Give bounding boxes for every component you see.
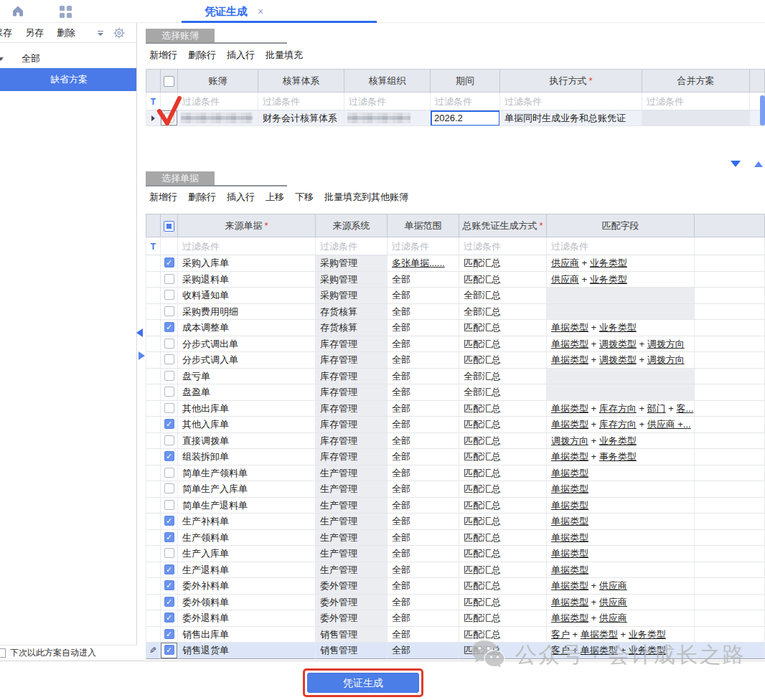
gen-mode-cell[interactable]: 全部汇总 xyxy=(459,384,547,401)
select-all-checkbox[interactable] xyxy=(164,221,174,232)
row-checkbox-cell[interactable]: ✓ xyxy=(161,514,178,530)
match-field-link[interactable]: 供应商 xyxy=(599,580,627,591)
row-checkbox[interactable] xyxy=(164,339,174,349)
bill-name-cell[interactable]: 收料通知单 xyxy=(178,288,316,304)
source-system-cell[interactable]: 采购管理 xyxy=(316,288,388,304)
filter-input[interactable]: 过滤条件 xyxy=(388,237,459,255)
row-checkbox[interactable]: ✓ xyxy=(164,580,174,590)
match-field-link[interactable]: 调拨类型 xyxy=(599,339,637,349)
accounting-system-cell[interactable]: 财务会计核算体系 xyxy=(258,110,344,126)
row-checkbox-cell[interactable] xyxy=(161,481,178,498)
match-field-link[interactable]: 单据类型 xyxy=(551,612,588,623)
match-fields-cell[interactable]: 单据类型 + 供应商 xyxy=(547,595,695,611)
source-system-cell[interactable]: 生产管理 xyxy=(316,546,388,562)
execution-mode-cell[interactable]: 单据同时生成业务和总账凭证 xyxy=(500,110,642,126)
match-fields-cell[interactable]: 单据类型 xyxy=(547,546,695,562)
match-field-link[interactable]: 单据类型 xyxy=(551,532,588,543)
bill-name-cell[interactable]: 采购退料单 xyxy=(178,272,316,288)
source-system-cell[interactable]: 生产管理 xyxy=(316,562,388,579)
bill-scope-cell[interactable]: 全部 xyxy=(388,384,459,401)
bill-name-cell[interactable]: 盘亏单 xyxy=(178,369,316,385)
match-field-link[interactable]: 供应商 +... xyxy=(647,419,691,430)
match-fields-cell[interactable]: 单据类型 xyxy=(547,562,695,579)
match-field-link[interactable]: 供应商 xyxy=(551,257,579,268)
gen-mode-cell[interactable]: 匹配汇总 xyxy=(459,498,547,514)
bill-name-cell[interactable]: 成本调整单 xyxy=(178,320,316,336)
bill-scope-cell[interactable]: 全部 xyxy=(388,433,459,450)
source-system-cell[interactable]: 生产管理 xyxy=(316,530,388,547)
row-checkbox[interactable]: ✓ xyxy=(164,419,174,429)
bill-row[interactable]: ✓委外补料单委外管理全部匹配汇总单据类型 + 供应商 xyxy=(146,578,765,595)
row-checkbox-cell[interactable]: ✓ xyxy=(161,562,178,579)
bill-name-cell[interactable]: 销售退货单 xyxy=(178,643,316,659)
bill-name-cell[interactable]: 委外领料单 xyxy=(178,595,316,611)
bill-row[interactable]: 其他出库单库存管理全部匹配汇总单据类型 + 库存方向 + 部门 + 客... xyxy=(146,401,765,417)
merge-plan-cell[interactable] xyxy=(642,110,750,126)
row-checkbox-cell[interactable]: ✓ xyxy=(161,627,178,643)
row-checkbox-cell[interactable] xyxy=(161,272,178,288)
bill-row[interactable]: ✓生产退料单生产管理全部匹配汇总单据类型 xyxy=(146,562,765,579)
match-fields-cell[interactable] xyxy=(547,304,695,321)
gen-mode-cell[interactable]: 匹配汇总 xyxy=(459,465,547,482)
row-checkbox[interactable]: ✓ xyxy=(164,516,174,526)
match-field-link[interactable]: 供应商 xyxy=(599,597,627,607)
match-field-link[interactable]: 供应商 xyxy=(551,274,579,285)
source-system-cell[interactable]: 采购管理 xyxy=(316,255,388,272)
match-field-link[interactable]: 单据类型 xyxy=(551,451,588,462)
source-system-cell[interactable]: 库存管理 xyxy=(316,449,388,465)
filter-input[interactable]: 过滤条件 xyxy=(258,93,344,110)
bill-row[interactable]: 简单生产入库单生产管理全部匹配汇总单据类型 xyxy=(146,481,765,498)
auto-enter-checkbox[interactable] xyxy=(0,648,6,658)
match-field-link[interactable]: 单据类型 xyxy=(551,500,588,511)
match-fields-cell[interactable]: 单据类型 xyxy=(547,481,695,498)
accounting-org-cell-masked[interactable] xyxy=(344,110,431,126)
match-fields-cell[interactable] xyxy=(547,369,695,385)
bill-row[interactable]: 直接调拨单库存管理全部匹配汇总调拨方向 + 业务类型 xyxy=(146,433,765,450)
row-checkbox[interactable] xyxy=(164,306,174,316)
toolbar-button[interactable]: 新增行 xyxy=(149,191,177,204)
bill-name-cell[interactable]: 生产补料单 xyxy=(178,514,316,530)
row-checkbox[interactable] xyxy=(164,274,174,284)
bill-name-cell[interactable]: 盘盈单 xyxy=(178,384,316,401)
source-system-cell[interactable]: 库存管理 xyxy=(316,401,388,417)
match-fields-cell[interactable]: 单据类型 xyxy=(547,514,695,530)
gen-mode-cell[interactable]: 匹配汇总 xyxy=(459,272,547,288)
row-checkbox-cell[interactable]: ✓ xyxy=(161,530,178,547)
source-system-cell[interactable]: 生产管理 xyxy=(316,514,388,530)
row-checkbox[interactable] xyxy=(164,435,174,445)
bill-scope-cell[interactable]: 全部 xyxy=(388,595,459,611)
row-checkbox[interactable]: ✓ xyxy=(164,322,174,332)
row-checkbox-cell[interactable] xyxy=(161,384,178,401)
row-checkbox[interactable]: ✓ xyxy=(164,645,174,655)
sidebar-menu-item[interactable]: 删除 xyxy=(57,27,75,39)
source-system-cell[interactable]: 采购管理 xyxy=(316,272,388,288)
toolbar-button[interactable]: 上移 xyxy=(266,191,284,204)
generate-voucher-button[interactable]: 凭证生成 xyxy=(307,673,419,693)
row-checkbox[interactable] xyxy=(164,290,174,300)
filter-input[interactable]: 过滤条件 xyxy=(316,237,388,255)
match-field-link[interactable]: 单据类型 xyxy=(581,629,618,640)
row-checkbox-cell[interactable] xyxy=(161,288,178,304)
match-fields-cell[interactable]: 单据类型 + 调拨类型 + 调拨方向 xyxy=(547,336,695,353)
bill-name-cell[interactable]: 简单生产入库单 xyxy=(178,481,316,498)
bill-row[interactable]: ✓成本调整单存货核算全部匹配汇总单据类型 + 业务类型 xyxy=(146,320,765,336)
sidebar-menu-item[interactable]: 另存 xyxy=(25,27,44,39)
gen-mode-cell[interactable]: 匹配汇总 xyxy=(459,610,547,627)
source-system-cell[interactable]: 生产管理 xyxy=(316,498,388,514)
source-system-cell[interactable]: 生产管理 xyxy=(316,481,388,498)
gen-mode-cell[interactable]: 全部汇总 xyxy=(459,369,547,385)
bill-name-cell[interactable]: 分步式调出单 xyxy=(178,336,316,353)
bill-scope-cell[interactable]: 全部 xyxy=(388,610,459,627)
home-icon[interactable] xyxy=(11,5,24,19)
bill-name-cell[interactable]: 委外补料单 xyxy=(178,578,316,595)
bill-scope-cell[interactable]: 全部 xyxy=(388,336,459,353)
section-collapse-down-icon[interactable] xyxy=(731,161,741,167)
gen-mode-cell[interactable]: 全部汇总 xyxy=(459,304,547,321)
match-field-link[interactable]: 客户 xyxy=(551,629,570,640)
bill-name-cell[interactable]: 销售出库单 xyxy=(178,627,316,643)
match-fields-cell[interactable]: 单据类型 + 库存方向 + 部门 + 客... xyxy=(547,401,695,417)
tab-close-icon[interactable]: × xyxy=(258,6,263,17)
scrollbar-thumb[interactable] xyxy=(760,95,765,126)
bill-row[interactable]: 收料通知单采购管理全部全部汇总 xyxy=(146,288,765,304)
bill-scope-cell[interactable]: 全部 xyxy=(388,320,459,336)
